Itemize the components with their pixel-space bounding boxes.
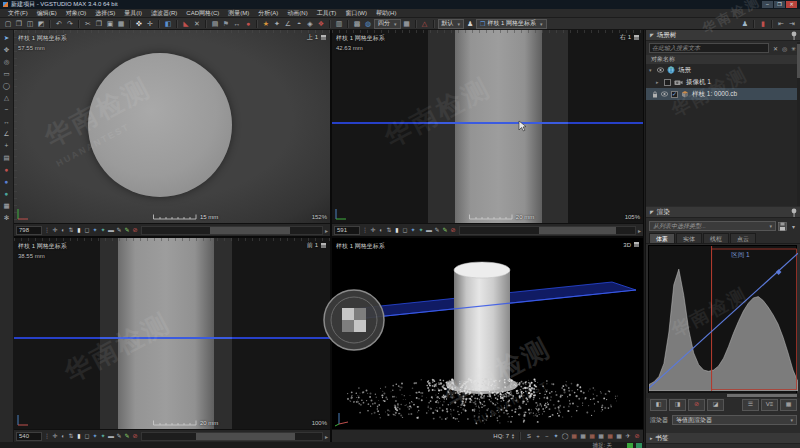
icon[interactable]: 帮助(H): [376, 9, 396, 18]
flip-icon[interactable]: ⇅: [67, 432, 75, 441]
slice-number-input[interactable]: 591: [334, 226, 360, 235]
visibility-checkbox[interactable]: [664, 79, 671, 86]
scene-tree-header[interactable]: ◤ 场景树: [646, 30, 800, 41]
grayscale-bar-icon[interactable]: ▮: [75, 432, 83, 441]
pan-icon[interactable]: ✥: [1, 46, 13, 54]
rendering-header[interactable]: ◤ 渲染: [646, 207, 800, 218]
slice-scrollbar[interactable]: [141, 432, 323, 441]
profile-blue-icon[interactable]: ✦: [409, 226, 417, 235]
scroll-right-icon[interactable]: ▸: [325, 227, 328, 234]
icon[interactable]: 量具(I): [124, 9, 142, 18]
eye-icon[interactable]: [657, 67, 664, 73]
crosshair-icon[interactable]: ✛: [51, 432, 59, 441]
viewport-3d[interactable]: 样枝 1 网格坐标系 3D HQ: 7 ▲▼ S+−✦◯▦▦▦▦▦▦✈⊘: [332, 238, 643, 442]
delete-icon[interactable]: ✕: [192, 19, 202, 29]
values-icon[interactable]: V≡: [761, 399, 778, 411]
crosshair-icon[interactable]: ✛: [51, 226, 59, 235]
bookmark-red-icon[interactable]: ▮: [758, 19, 768, 29]
tree-item-scene[interactable]: ▾ 场景: [646, 64, 800, 76]
slice-image-right[interactable]: [332, 30, 643, 223]
search-options-icon[interactable]: ◎: [780, 45, 789, 52]
expand-icon[interactable]: ▸: [656, 79, 661, 85]
icon[interactable]: 窗口(W): [345, 9, 367, 18]
tab-voxel[interactable]: 体素: [649, 233, 675, 243]
grid-icon[interactable]: ▦: [116, 19, 126, 29]
cylinder-body[interactable]: [454, 270, 510, 383]
icon[interactable]: 对象(O): [66, 9, 87, 18]
slice-number-input[interactable]: 798: [16, 226, 42, 235]
renderer-select[interactable]: 等值面渲染器: [672, 415, 797, 425]
coordinate-system-select[interactable]: ❒ 样枝 1 网格坐标系: [476, 19, 547, 29]
grayscale-bar-icon[interactable]: ▮: [393, 226, 401, 235]
render-mode-1-icon[interactable]: ◧: [650, 399, 667, 411]
icon[interactable]: CAD网格(C): [186, 9, 219, 18]
angle-measure-icon[interactable]: ◣: [181, 19, 191, 29]
tab-wireframe[interactable]: 线框: [703, 233, 729, 243]
black-level-icon[interactable]: ▬: [107, 432, 115, 441]
contrast-icon[interactable]: ◐: [59, 226, 67, 235]
viewport-front[interactable]: 样枝 1 网格坐标系 38.55 mm 前 1 20 mm 100% 540 ⋮…: [14, 238, 330, 442]
angle-icon[interactable]: ∠: [283, 19, 293, 29]
save-preset-icon[interactable]: [778, 222, 787, 231]
add-icon[interactable]: +: [534, 432, 542, 441]
slice-number-input[interactable]: 540: [16, 432, 42, 441]
clip-box-6-icon[interactable]: ▦: [615, 432, 623, 441]
fly-icon[interactable]: ✈: [624, 432, 632, 441]
slice-image-front[interactable]: [14, 238, 330, 429]
marker-red-icon[interactable]: ●: [1, 166, 13, 174]
collapse-icon[interactable]: ◤: [650, 32, 654, 38]
slice-plane-line[interactable]: [332, 122, 643, 124]
undo-icon[interactable]: ↶: [54, 19, 64, 29]
disable-icon[interactable]: ⊘: [633, 432, 641, 441]
drag-handle-icon[interactable]: ⋮: [361, 226, 369, 235]
rect-roi-icon[interactable]: ▭: [1, 70, 13, 78]
move-icon[interactable]: ✛: [145, 19, 155, 29]
minimize-button[interactable]: –: [762, 1, 773, 8]
grid-layout-icon[interactable]: ▦: [402, 19, 412, 29]
registration-icon[interactable]: ▥: [334, 19, 344, 29]
hq-stepper[interactable]: ▲▼: [511, 433, 515, 439]
clip-box-1-icon[interactable]: ▦: [570, 432, 578, 441]
slice-scrollbar[interactable]: [141, 226, 323, 235]
window-icon[interactable]: ◻: [83, 226, 91, 235]
clip-box-3-icon[interactable]: ▦: [588, 432, 596, 441]
save-icon[interactable]: ◫: [25, 19, 35, 29]
render-mode-2-icon[interactable]: ◨: [669, 399, 686, 411]
draw-green-icon[interactable]: ✎: [123, 226, 131, 235]
tree-item-volume[interactable]: 样枝 1: 0000.cb: [646, 88, 800, 100]
star-icon[interactable]: ★: [261, 19, 271, 29]
roi-icon[interactable]: ▩: [352, 19, 362, 29]
clip-box-2-icon[interactable]: ▦: [579, 432, 587, 441]
layers-icon[interactable]: ▤: [1, 154, 13, 162]
marker-icon[interactable]: ✦: [272, 19, 282, 29]
tab-solid[interactable]: 实体: [676, 233, 702, 243]
gray-value-histogram[interactable]: 区间 1: [648, 245, 797, 394]
slice-image-top[interactable]: [14, 30, 330, 223]
draw-icon[interactable]: ✎: [433, 226, 441, 235]
select-icon[interactable]: ➤: [1, 34, 13, 42]
properties-icon[interactable]: ▤: [210, 19, 220, 29]
collapse-right-icon[interactable]: ⇥: [787, 19, 797, 29]
paste-icon[interactable]: ▣: [105, 19, 115, 29]
copy-icon[interactable]: ❐: [94, 19, 104, 29]
contrast-icon[interactable]: ◐: [377, 226, 385, 235]
pin-icon[interactable]: [791, 208, 797, 217]
scroll-right-icon[interactable]: ▸: [325, 433, 328, 440]
viewport-top[interactable]: 样枝 1 网格坐标系 57.55 mm 上 1 15 mm 152% 798 ⋮…: [14, 30, 330, 236]
window-icon[interactable]: ◻: [401, 226, 409, 235]
eye-icon[interactable]: [661, 91, 668, 97]
flag-icon[interactable]: ⚑: [221, 19, 231, 29]
visibility-checkbox[interactable]: [671, 91, 678, 98]
profile-teal-icon[interactable]: ✦: [99, 226, 107, 235]
picker-icon[interactable]: ✜: [134, 19, 144, 29]
clear-icon[interactable]: ⊘: [131, 432, 139, 441]
pattern-icon[interactable]: ❖: [316, 19, 326, 29]
remove-icon[interactable]: −: [543, 432, 551, 441]
render-mode-3-icon[interactable]: ◪: [707, 399, 724, 411]
settings-icon[interactable]: ✻: [1, 214, 13, 222]
list-view-icon[interactable]: ☰: [742, 399, 759, 411]
ruler-icon[interactable]: ↔: [1, 118, 13, 126]
expand-icon[interactable]: ▸: [650, 435, 653, 441]
collapse-icon[interactable]: ◤: [650, 209, 654, 215]
orbit-icon[interactable]: ◯: [561, 432, 569, 441]
